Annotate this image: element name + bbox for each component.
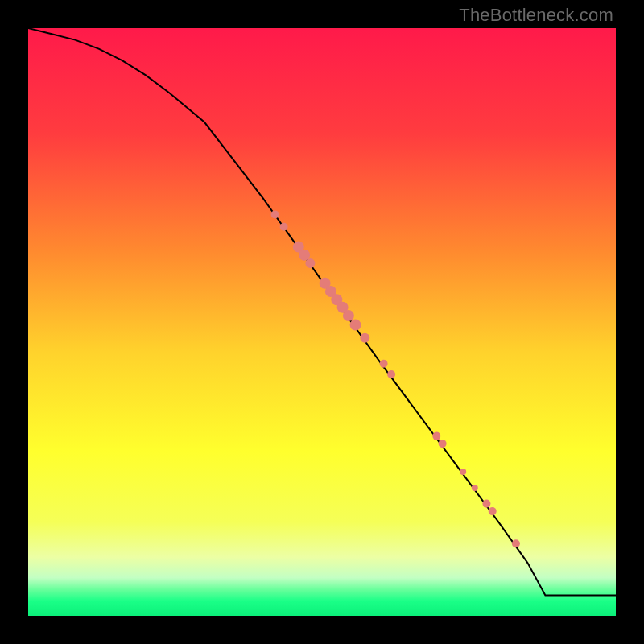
- data-markers: [271, 210, 520, 547]
- chart-frame: TheBottleneck.com: [0, 0, 644, 644]
- data-marker: [350, 320, 361, 331]
- data-marker: [380, 360, 388, 368]
- data-marker: [360, 333, 369, 343]
- data-marker: [343, 310, 354, 321]
- data-marker: [305, 258, 315, 268]
- plot-area: [28, 28, 616, 616]
- data-marker: [439, 440, 447, 448]
- data-marker: [432, 432, 440, 440]
- data-marker: [482, 500, 490, 508]
- watermark-text: TheBottleneck.com: [459, 5, 613, 26]
- data-marker: [489, 507, 497, 515]
- data-marker: [271, 210, 279, 218]
- data-marker: [472, 485, 478, 491]
- data-marker: [460, 469, 466, 475]
- data-marker: [280, 223, 288, 231]
- curve-line: [28, 28, 616, 596]
- data-marker: [512, 539, 520, 547]
- data-marker: [387, 370, 395, 378]
- chart-svg: [28, 28, 616, 616]
